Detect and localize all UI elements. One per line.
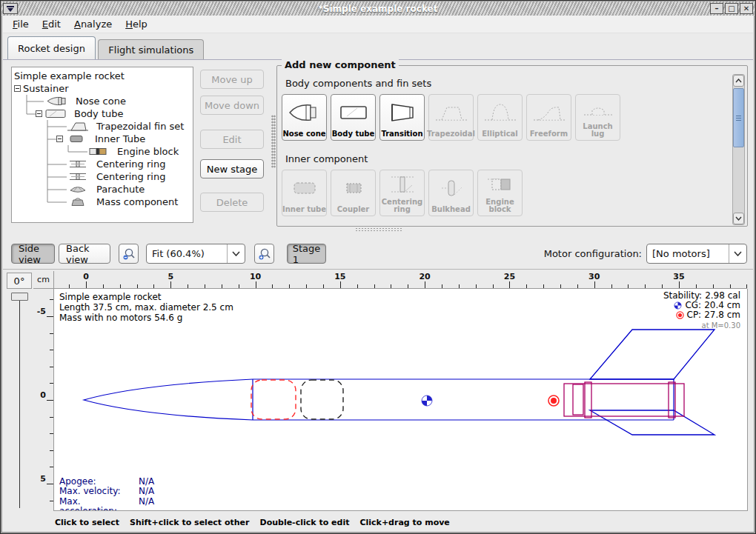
centering-ring-icon: [385, 170, 420, 198]
close-button[interactable]: ✕: [740, 3, 753, 14]
component-scrollbar[interactable]: [732, 74, 745, 225]
flight-stat-label: Apogee:: [59, 477, 139, 487]
zoom-in-button[interactable]: [254, 244, 274, 264]
ruler-label: 30: [588, 272, 600, 281]
move-down-button[interactable]: Move down: [200, 96, 264, 115]
rocket-canvas[interactable]: Simple example rocket Length 37.5 cm, ma…: [54, 289, 748, 511]
tab-flight-simulations[interactable]: Flight simulations: [98, 39, 204, 59]
menu-edit[interactable]: Edit: [36, 16, 67, 32]
zoom-select[interactable]: Fit (60.4%): [146, 244, 245, 264]
add-transition-button[interactable]: Transition: [379, 94, 425, 141]
move-up-button[interactable]: Move up: [200, 70, 264, 89]
scroll-down-button[interactable]: [733, 213, 744, 224]
minimize-button[interactable]: –: [710, 3, 723, 14]
component-tree[interactable]: Simple example rocketSustainerNose coneB…: [11, 67, 193, 223]
tab-rocket-design[interactable]: Rocket design: [7, 36, 96, 59]
add-body-tube-button[interactable]: Body tube: [331, 94, 376, 141]
component-button-label: Engine block: [478, 198, 522, 213]
add-centering-ring-button[interactable]: Centering ring: [379, 170, 425, 216]
cp-legend-icon: [676, 311, 684, 319]
component-button-label: Elliptical: [482, 130, 518, 138]
tree-item-engine-block[interactable]: Engine block: [12, 145, 193, 158]
trapezoidal-fin-icon: [434, 95, 468, 130]
ruler-tick: [323, 284, 324, 288]
parachute-outline: [251, 380, 296, 419]
window-menu-button[interactable]: [3, 3, 18, 14]
add-freeform-fin-button[interactable]: Freeform: [526, 94, 571, 141]
tree-item-centering-ring[interactable]: Centering ring: [12, 170, 193, 183]
zoom-out-button[interactable]: [119, 244, 139, 264]
coupler-icon: [336, 170, 371, 206]
ruler-label: 5: [40, 474, 46, 484]
status-hint: Click+drag to move: [359, 518, 449, 527]
cg-legend-icon: [674, 301, 682, 310]
ruler-tick: [103, 284, 104, 288]
zoom-select-value: Fit (60.4%): [147, 248, 227, 259]
motor-configuration-select[interactable]: [No motors]: [646, 244, 747, 264]
centeringring-icon: [67, 171, 90, 182]
add-trapezoidal-fin-button[interactable]: Trapezoidal: [428, 94, 474, 141]
inner-tube-outline: [564, 384, 684, 416]
vertical-ruler: -505: [33, 289, 54, 511]
tree-item-label: Centering ring: [96, 171, 165, 182]
section-label: Inner component: [285, 153, 368, 164]
motor-configuration-value: [No motors]: [647, 248, 729, 259]
ruler-tick: [50, 450, 53, 451]
tree-collapse-icon[interactable]: [36, 110, 42, 117]
edit-button[interactable]: Edit: [200, 130, 264, 149]
add-engine-block-button[interactable]: Engine block: [477, 170, 523, 216]
nose-cone-icon: [288, 95, 322, 130]
ruler-tick: [696, 284, 697, 288]
add-inner-tube-button[interactable]: Inner tube: [282, 170, 327, 216]
flight-stat-label: Max. velocity:: [59, 487, 139, 496]
bodytube-icon: [44, 108, 68, 119]
menu-file[interactable]: File: [6, 16, 36, 32]
engine-block-icon: [483, 170, 517, 198]
rotation-slider-track[interactable]: [19, 301, 20, 508]
tree-collapse-icon[interactable]: [14, 85, 21, 92]
tree-item-parachute[interactable]: Parachute: [12, 183, 193, 196]
tree-item-simple-example-rocket[interactable]: Simple example rocket: [12, 70, 193, 82]
scrollbar-thumb[interactable]: [733, 88, 744, 147]
delete-button[interactable]: Delete: [200, 193, 264, 212]
rotation-slider-handle[interactable]: [11, 293, 28, 301]
cg-marker: [422, 396, 432, 406]
ruler-tick: [120, 284, 121, 288]
tree-item-inner-tube[interactable]: Inner Tube: [12, 133, 193, 145]
back-view-toggle[interactable]: Back view: [59, 244, 110, 264]
stage-1-toggle[interactable]: Stage 1: [287, 244, 326, 264]
menu-help[interactable]: Help: [119, 16, 154, 32]
ruler-tick: [50, 350, 53, 350]
component-button-label: Launch lug: [576, 123, 620, 138]
ruler-unit-label: cm: [33, 271, 54, 289]
tree-collapse-icon[interactable]: [56, 136, 63, 142]
add-elliptical-fin-button[interactable]: Elliptical: [477, 94, 523, 141]
tree-item-mass-component[interactable]: Mass component: [12, 196, 193, 208]
ruler-tick: [391, 284, 391, 288]
side-view-toggle[interactable]: Side view: [11, 244, 55, 264]
flight-stat-value: N/A: [139, 497, 154, 511]
add-bulkhead-button[interactable]: Bulkhead: [428, 170, 474, 216]
ruler-tick: [611, 284, 612, 288]
horizontal-splitter-handle[interactable]: [355, 227, 402, 232]
ruler-tick: [188, 284, 188, 288]
add-coupler-button[interactable]: Coupler: [331, 170, 376, 216]
tree-item-trapezoidal-fin-set[interactable]: Trapezoidal fin set: [12, 120, 193, 133]
add-launch-lug-button[interactable]: Launch lug: [575, 94, 620, 141]
ruler-tick: [374, 284, 375, 288]
menu-analyze[interactable]: Analyze: [67, 16, 119, 32]
inner-tube-icon: [288, 170, 322, 206]
elliptical-fin-icon: [483, 95, 517, 130]
add-nose-cone-button[interactable]: Nose cone: [282, 94, 327, 141]
tree-item-sustainer[interactable]: Sustainer: [12, 82, 193, 95]
scroll-up-button[interactable]: [733, 75, 744, 87]
ruler-tick: [357, 284, 358, 288]
tree-item-centering-ring[interactable]: Centering ring: [12, 158, 193, 170]
titlebar[interactable]: *Simple example rocket – □ ✕: [1, 1, 755, 16]
new-stage-button[interactable]: New stage: [200, 159, 264, 178]
vertical-splitter-handle[interactable]: [271, 115, 276, 168]
tree-item-nose-cone[interactable]: Nose cone: [12, 95, 193, 107]
tree-item-body-tube[interactable]: Body tube: [12, 107, 193, 120]
tree-action-buttons: Move upMove downEditNew stageDelete: [200, 60, 264, 231]
maximize-button[interactable]: □: [725, 3, 738, 14]
